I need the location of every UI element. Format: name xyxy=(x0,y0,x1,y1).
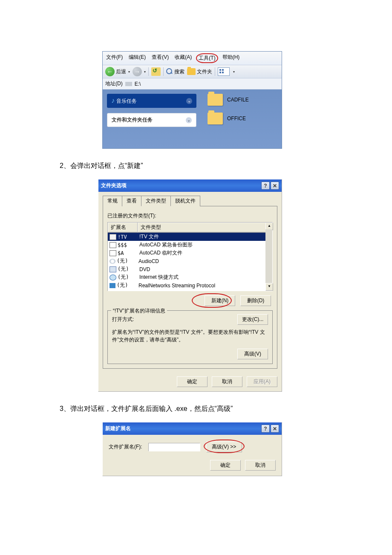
folder-icon xyxy=(208,113,223,124)
chevron-icon: ⌄ xyxy=(186,98,192,104)
type-cell: !TV 文件 xyxy=(139,233,159,240)
folders-label: 文件夹 xyxy=(197,68,212,75)
type-cell: DVD xyxy=(139,266,150,272)
cancel-button[interactable]: 取消 xyxy=(245,460,276,471)
folder-options-dialog: 文件夹选项 ? ✕ 常规 查看 文件类型 脱机文件 已注册的文件类型(T): 扩… xyxy=(98,179,282,392)
list-item[interactable]: (无) RealNetworks Streaming Protocol xyxy=(108,281,272,289)
cancel-button[interactable]: 取消 xyxy=(212,376,242,387)
folder-name: OFFICE xyxy=(227,116,246,121)
filetypes-listbox[interactable]: 扩展名 文件类型 !TV !TV 文件 $$$ AutoCAD 紧急备份图形 xyxy=(107,222,273,291)
type-cell: AutoCAD 临时文件 xyxy=(139,249,182,257)
menu-file[interactable]: 文件(F) xyxy=(106,54,123,63)
views-button[interactable] xyxy=(218,67,230,76)
col-extension: 扩展名 xyxy=(108,223,138,232)
search-icon xyxy=(166,68,173,75)
folder-icon xyxy=(208,94,223,106)
forward-button[interactable]: ▾ xyxy=(133,67,146,76)
list-item[interactable]: (无) DVD xyxy=(108,265,272,273)
toolbar-divider xyxy=(163,67,164,76)
tabs: 常规 查看 文件类型 脱机文件 xyxy=(103,195,277,206)
list-item[interactable]: (无) AudioCD xyxy=(108,257,272,265)
help-button[interactable]: ? xyxy=(261,182,270,190)
menu-help[interactable]: 帮助(H) xyxy=(222,54,240,63)
apply-button[interactable]: 应用(A) xyxy=(247,376,277,387)
registered-types-label: 已注册的文件类型(T): xyxy=(107,212,273,220)
toolbar-divider xyxy=(148,67,149,76)
tabpanel-filetypes: 已注册的文件类型(T): 扩展名 文件类型 !TV !TV 文件 xyxy=(103,206,277,369)
tab-filetypes[interactable]: 文件类型 xyxy=(141,196,171,206)
type-description: 扩展名为“!TV”的文件的类型是“!TV 文件”。要想更改所有影响“!TV 文件… xyxy=(112,328,268,344)
ext-cell: (无) xyxy=(118,274,138,281)
cd-icon xyxy=(110,259,115,264)
type-cell: Internet 快捷方式 xyxy=(139,274,179,281)
listbox-header: 扩展名 文件类型 xyxy=(108,223,272,233)
groupbox-title: “!TV”扩展名的详细信息 xyxy=(111,307,167,315)
music-tasks-pane[interactable]: ♪音乐任务 ⌄ xyxy=(107,94,196,108)
file-tasks-label: 文件和文件夹任务 xyxy=(112,117,153,123)
folder-item[interactable]: CADFILE xyxy=(208,94,249,106)
list-item[interactable]: (无) Internet 快捷方式 xyxy=(108,273,272,281)
ext-cell: (无) xyxy=(117,282,137,289)
menu-tools[interactable]: 工具(T) xyxy=(196,53,218,63)
menu-view[interactable]: 查看(V) xyxy=(152,54,169,63)
change-button[interactable]: 更改(C)... xyxy=(237,314,268,325)
dialog-title: 文件夹选项 xyxy=(101,182,127,189)
explorer-window: 文件(F) 编辑(E) 查看(V) 收藏(A) 工具(T) 帮助(H) 后退 ▾… xyxy=(102,51,282,149)
help-button[interactable]: ? xyxy=(261,425,270,433)
list-item[interactable]: !TV !TV 文件 xyxy=(108,233,272,241)
menu-favorites[interactable]: 收藏(A) xyxy=(175,54,192,63)
list-item[interactable]: $A AutoCAD 临时文件 xyxy=(108,249,272,257)
open-with-label: 打开方式: xyxy=(112,316,134,323)
scrollbar[interactable]: ▲ ▼ xyxy=(265,223,272,291)
up-button[interactable] xyxy=(151,67,161,76)
dropdown-icon: ▾ xyxy=(128,70,130,74)
real-icon xyxy=(110,283,115,288)
toolbar-divider xyxy=(215,67,215,76)
col-filetype: 文件类型 xyxy=(138,223,272,232)
ok-button[interactable]: 确定 xyxy=(210,460,241,471)
dvd-icon xyxy=(110,266,116,272)
close-button[interactable]: ✕ xyxy=(271,182,279,190)
ext-cell: $A xyxy=(118,250,138,256)
titlebar: 文件夹选项 ? ✕ xyxy=(98,179,282,192)
dialog-footer: 确定 取消 xyxy=(103,457,282,476)
search-label: 搜索 xyxy=(174,68,184,75)
extension-input[interactable] xyxy=(148,443,200,451)
address-value[interactable]: E:\ xyxy=(135,81,141,87)
delete-button[interactable]: 删除(D) xyxy=(240,295,271,306)
scroll-down-button[interactable]: ▼ xyxy=(265,283,273,291)
back-button[interactable]: 后退 ▾ xyxy=(105,67,130,76)
music-tasks-label: 音乐任务 xyxy=(116,98,137,104)
ext-cell: (无) xyxy=(118,266,138,273)
search-button[interactable]: 搜索 xyxy=(166,68,184,75)
chevron-icon: ⌄ xyxy=(186,117,192,123)
explorer-body: ♪音乐任务 ⌄ 文件和文件夹任务 ⌄ CADFILE OFFICE xyxy=(103,90,282,148)
tab-general[interactable]: 常规 xyxy=(103,196,122,206)
folder-item[interactable]: OFFICE xyxy=(208,113,249,124)
file-tasks-pane[interactable]: 文件和文件夹任务 ⌄ xyxy=(107,113,196,127)
dropdown-icon: ▾ xyxy=(144,70,146,74)
back-label: 后退 xyxy=(116,68,126,75)
close-button[interactable]: ✕ xyxy=(271,425,279,433)
forward-icon xyxy=(133,67,142,76)
tasks-panel: ♪音乐任务 ⌄ 文件和文件夹任务 ⌄ xyxy=(107,94,196,144)
details-groupbox: “!TV”扩展名的详细信息 打开方式: 更改(C)... 扩展名为“!TV”的文… xyxy=(107,310,273,364)
file-icon xyxy=(110,242,116,248)
address-label: 地址(D) xyxy=(105,80,123,87)
advanced-button[interactable]: 高级(V) xyxy=(237,349,268,359)
ok-button[interactable]: 确定 xyxy=(177,376,208,387)
titlebar: 新建扩展名 ? ✕ xyxy=(103,422,282,435)
tab-offline[interactable]: 脱机文件 xyxy=(170,196,200,206)
ext-cell: $$$ xyxy=(118,242,138,248)
step-2-text: 2、会弹出对话框，点“新建” xyxy=(60,162,332,171)
dropdown-icon: ▾ xyxy=(233,70,235,74)
type-cell: AudioCD xyxy=(138,258,159,264)
extension-label: 文件扩展名(F): xyxy=(109,443,142,451)
list-item[interactable]: $$$ AutoCAD 紧急备份图形 xyxy=(108,241,272,249)
scrollbar-track xyxy=(265,229,272,284)
menu-edit[interactable]: 编辑(E) xyxy=(129,54,146,63)
file-icon xyxy=(110,250,116,256)
tab-view[interactable]: 查看 xyxy=(122,196,141,206)
menubar: 文件(F) 编辑(E) 查看(V) 收藏(A) 工具(T) 帮助(H) xyxy=(103,52,282,65)
folders-button[interactable]: 文件夹 xyxy=(187,68,212,75)
